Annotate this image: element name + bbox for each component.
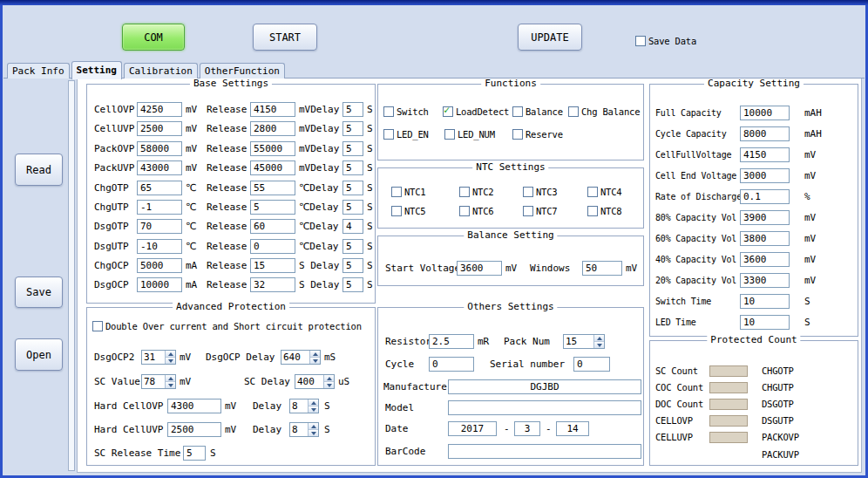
chgotp-delay-input[interactable] [342, 181, 363, 195]
tab-setting[interactable]: Setting [71, 61, 122, 79]
celluvp-value-input[interactable] [137, 121, 182, 136]
ntc4-checkbox[interactable]: NTC4 [587, 186, 622, 198]
read-button[interactable]: Read [15, 154, 63, 186]
start-voltage-input[interactable] [457, 261, 502, 276]
dsgocp-delay-input[interactable] [342, 277, 363, 292]
cellovp-release-input[interactable] [250, 102, 295, 117]
full-capacity-input[interactable] [740, 106, 790, 120]
windows-input[interactable] [582, 261, 622, 276]
chgutp-release-input[interactable] [250, 200, 295, 215]
packovp-value-input[interactable] [137, 141, 182, 156]
spin-down-button[interactable] [310, 358, 320, 364]
dsgutp-release-input[interactable] [250, 239, 295, 254]
ntc2-checkbox[interactable]: NTC2 [459, 186, 494, 198]
barcode-input[interactable] [448, 444, 641, 459]
chgotp-release-input[interactable] [250, 181, 295, 195]
spin-down-button[interactable] [166, 382, 175, 388]
com-button[interactable]: COM [122, 24, 185, 51]
pack-num-spinner[interactable]: 15 [563, 334, 605, 349]
switch-time-input[interactable] [740, 294, 790, 309]
ntc7-checkbox[interactable]: NTC7 [523, 205, 558, 217]
ntc8-checkbox[interactable]: NTC8 [587, 205, 622, 217]
ntc5-checkbox[interactable]: NTC5 [391, 205, 426, 217]
reserve-checkbox[interactable]: Reserve [512, 128, 563, 140]
capacity-60-input[interactable] [740, 231, 790, 246]
chgocp-value-input[interactable] [137, 258, 182, 273]
rate-of-discharge-input[interactable] [740, 189, 790, 204]
spin-down-button[interactable] [324, 382, 334, 388]
chgutp-delay-input[interactable] [342, 200, 363, 215]
resistor-input[interactable] [429, 334, 474, 349]
model-input[interactable] [448, 400, 641, 415]
date-month-input[interactable] [514, 421, 540, 436]
packuvp-delay-input[interactable] [342, 160, 363, 175]
spin-up-button[interactable] [166, 375, 175, 382]
capacity-40-input[interactable] [740, 252, 790, 267]
dsgocp-release-input[interactable] [250, 277, 295, 292]
sc-value-spinner[interactable]: 78 [141, 374, 176, 389]
led-time-input[interactable] [740, 315, 790, 330]
spin-up-button[interactable] [324, 375, 334, 382]
loaddetect-checkbox[interactable]: ✓ LoadDetect [443, 106, 509, 118]
hard-ovp-delay-spinner[interactable]: 8 [289, 399, 319, 413]
sc-release-time-input[interactable] [183, 446, 206, 461]
spin-up-button[interactable] [309, 399, 318, 406]
date-day-input[interactable] [556, 421, 589, 436]
date-year-input[interactable] [448, 421, 497, 436]
manufacturer-input[interactable] [448, 379, 641, 394]
sc-delay-spinner[interactable]: 400 [295, 374, 335, 389]
spin-up-button[interactable] [309, 423, 318, 430]
celluvp-release-input[interactable] [250, 121, 295, 136]
balance-checkbox[interactable]: Balance [512, 106, 563, 118]
cell-full-voltage-input[interactable] [740, 147, 790, 162]
chgocp-release-input[interactable] [250, 258, 295, 273]
led-en-checkbox[interactable]: LED_EN [383, 128, 429, 140]
spin-up-button[interactable] [594, 335, 604, 342]
spin-down-button[interactable] [309, 406, 318, 413]
capacity-80-input[interactable] [740, 210, 790, 225]
led-num-checkbox[interactable]: LED_NUM [444, 128, 495, 140]
start-button[interactable]: START [253, 24, 317, 51]
tab-calibration[interactable]: Calibration [124, 63, 198, 79]
packovp-release-input[interactable] [250, 141, 295, 156]
hard-celluvp-input[interactable] [167, 422, 221, 437]
dsgocp2-spinner[interactable]: 31 [141, 350, 176, 365]
spin-up-button[interactable] [166, 351, 175, 358]
hard-cellovp-input[interactable] [167, 399, 221, 413]
save-button[interactable]: Save [15, 277, 63, 308]
spin-down-button[interactable] [309, 430, 318, 436]
cell-end-voltage-input[interactable] [740, 168, 790, 183]
capacity-20-input[interactable] [740, 273, 790, 288]
spin-up-button[interactable] [310, 351, 320, 358]
packovp-delay-input[interactable] [342, 141, 363, 156]
hard-uvp-delay-spinner[interactable]: 8 [289, 422, 319, 437]
ntc1-checkbox[interactable]: NTC1 [391, 186, 426, 198]
switch-checkbox[interactable]: Switch [383, 106, 429, 118]
chg-balance-checkbox[interactable]: Chg Balance [568, 106, 640, 118]
dsgotp-value-input[interactable] [137, 219, 182, 234]
double-protection-checkbox[interactable]: Double Over current and Short circuit pr… [92, 320, 362, 332]
serial-number-input[interactable] [573, 357, 610, 372]
dsgocp-value-input[interactable] [137, 277, 182, 292]
spin-down-button[interactable] [166, 358, 175, 364]
open-button[interactable]: Open [15, 338, 63, 371]
ntc3-checkbox[interactable]: NTC3 [523, 186, 558, 198]
update-button[interactable]: UPDATE [518, 24, 582, 51]
cycle-input[interactable] [429, 357, 474, 372]
chgutp-value-input[interactable] [137, 200, 182, 215]
spin-down-button[interactable] [594, 342, 604, 348]
cycle-capacity-input[interactable] [740, 126, 790, 141]
tab-pack-info[interactable]: Pack Info [7, 63, 70, 79]
chgocp-delay-input[interactable] [342, 258, 363, 273]
packuvp-value-input[interactable] [137, 160, 182, 175]
dsgutp-delay-input[interactable] [342, 239, 363, 254]
dsgutp-value-input[interactable] [137, 239, 182, 254]
tab-other-function[interactable]: OtherFunction [200, 63, 285, 79]
ntc6-checkbox[interactable]: NTC6 [459, 205, 494, 217]
celluvp-delay-input[interactable] [342, 121, 363, 136]
cellovp-delay-input[interactable] [342, 102, 363, 117]
packuvp-release-input[interactable] [250, 160, 295, 175]
dsgotp-release-input[interactable] [250, 219, 295, 234]
cellovp-value-input[interactable] [137, 102, 182, 117]
save-data-checkbox[interactable]: Save Data [635, 35, 696, 47]
